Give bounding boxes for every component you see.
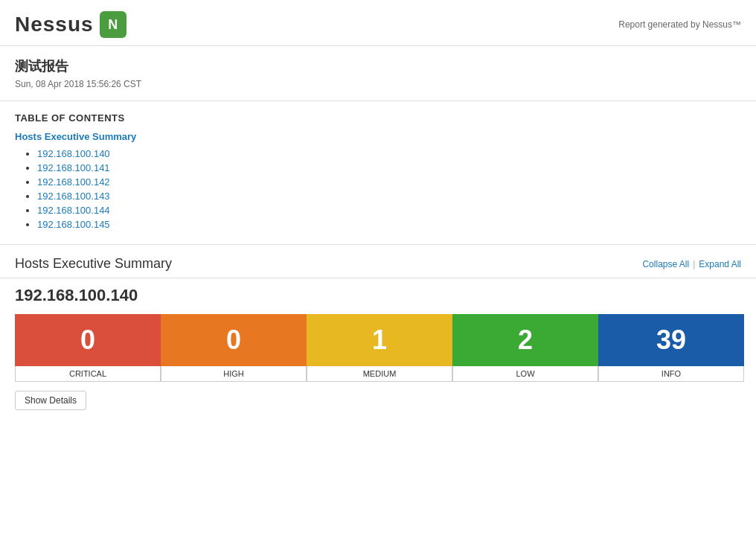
report-title: 测试报告 [15,57,741,75]
report-generated-text: Report generated by Nessus™ [618,19,741,30]
medium-bar: 1 [307,314,452,366]
medium-label: MEDIUM [307,366,452,382]
hosts-summary-title: Hosts Executive Summary [15,256,172,272]
report-date: Sun, 08 Apr 2018 15:56:26 CST [15,79,741,89]
toc-host-link[interactable]: 192.168.100.143 [37,191,110,202]
separator: | [693,259,695,269]
expand-all-link[interactable]: Expand All [699,259,741,269]
host-ip: 192.168.100.140 [15,286,741,305]
host-section: 192.168.100.140 0 0 1 2 39 CRITICAL HIGH… [0,278,756,421]
toc-section: TABLE OF CONTENTS Hosts Executive Summar… [0,101,756,244]
high-label: HIGH [161,366,307,382]
critical-bar: 0 [15,314,161,366]
page-header: Nessus N Report generated by Nessus™ [0,0,756,45]
toc-host-link[interactable]: 192.168.100.142 [37,176,110,188]
toc-host-link[interactable]: 192.168.100.140 [37,148,110,159]
show-details-button[interactable]: Show Details [15,391,86,410]
hosts-summary-header: Hosts Executive Summary Collapse All | E… [0,245,756,278]
toc-host-link[interactable]: 192.168.100.144 [37,205,110,216]
severity-labels-row: CRITICAL HIGH MEDIUM LOW INFO [15,366,744,382]
toc-host-link[interactable]: 192.168.100.141 [37,162,110,173]
low-label: LOW [452,366,598,382]
toc-host-link[interactable]: 192.168.100.145 [37,219,110,230]
high-bar: 0 [161,314,307,366]
logo-text: Nessus [15,13,94,36]
toc-heading: TABLE OF CONTENTS [15,112,741,124]
collapse-expand-controls: Collapse All | Expand All [642,259,741,269]
collapse-all-link[interactable]: Collapse All [642,259,689,269]
logo-icon: N [100,11,126,38]
toc-hosts-executive-summary-link[interactable]: Hosts Executive Summary [15,131,741,142]
low-bar: 2 [452,314,598,366]
toc-host-list: 192.168.100.140192.168.100.141192.168.10… [15,148,741,230]
info-label: INFO [598,366,744,382]
logo: Nessus N [15,11,126,38]
critical-label: CRITICAL [15,366,161,382]
report-title-section: 测试报告 Sun, 08 Apr 2018 15:56:26 CST [0,46,756,100]
info-bar: 39 [598,314,744,366]
severity-bars: 0 0 1 2 39 [15,314,744,366]
